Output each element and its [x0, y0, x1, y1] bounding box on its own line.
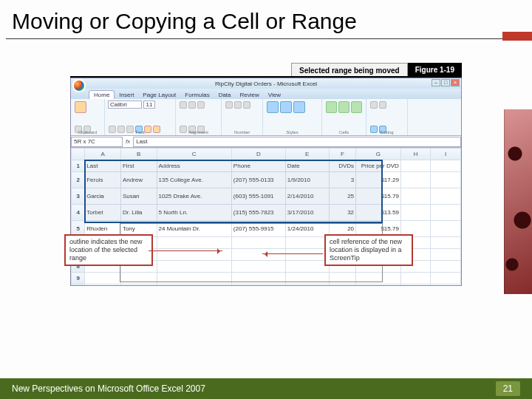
maximize-button[interactable]: □ — [441, 79, 450, 86]
font-name-box[interactable]: Calibri — [108, 100, 142, 109]
cell[interactable] — [285, 249, 329, 261]
cell[interactable]: 2/14/2010 — [285, 188, 329, 205]
autosum-icon[interactable] — [370, 101, 378, 109]
cell[interactable] — [285, 261, 329, 273]
col-header[interactable]: H — [400, 149, 431, 160]
tab-home[interactable]: Home — [89, 90, 115, 99]
cell[interactable]: (207) 555-0133 — [231, 172, 285, 188]
table-row[interactable]: 3GarciaSusan1025 Drake Ave.(603) 555-109… — [72, 188, 461, 205]
cell[interactable]: Dr. Lilla — [120, 205, 157, 221]
paste-icon[interactable] — [75, 101, 86, 113]
cell[interactable] — [120, 284, 157, 286]
row-header[interactable]: 4 — [72, 205, 85, 221]
cell[interactable] — [157, 261, 231, 273]
tab-review[interactable]: Review — [236, 91, 264, 99]
cell[interactable] — [431, 221, 461, 237]
fill-icon[interactable] — [379, 101, 386, 109]
cell[interactable] — [231, 273, 285, 284]
row-header[interactable]: 9 — [72, 273, 85, 284]
cell[interactable]: 3 — [329, 172, 355, 188]
cell[interactable] — [400, 188, 431, 205]
cell[interactable]: Last — [85, 160, 121, 172]
format-cell-icon[interactable] — [351, 101, 362, 113]
cell[interactable]: Address — [157, 160, 231, 172]
cell[interactable]: Phone — [231, 160, 285, 172]
tab-data[interactable]: Data — [214, 91, 236, 99]
cell[interactable]: Price per DVD — [356, 160, 401, 172]
align-icon[interactable] — [180, 101, 187, 109]
col-header[interactable]: G — [356, 149, 401, 160]
col-header[interactable]: C — [157, 149, 231, 160]
cell[interactable] — [431, 237, 461, 249]
table-row[interactable]: 4TorbetDr. Lilla5 North Ln.(315) 555-782… — [72, 205, 461, 221]
select-all[interactable] — [72, 149, 85, 160]
cell[interactable] — [400, 284, 431, 286]
cell[interactable]: (207) 555-9915 — [231, 221, 285, 237]
cell[interactable]: 1/9/2010 — [285, 172, 329, 188]
cell[interactable] — [400, 273, 431, 284]
cell[interactable] — [157, 237, 231, 249]
cell[interactable] — [157, 284, 231, 286]
table-row[interactable]: 1LastFirstAddressPhoneDateDVDsPrice per … — [72, 160, 461, 172]
cell[interactable]: Garcia — [85, 188, 121, 205]
column-headers[interactable]: A B C D E F G H I — [72, 149, 461, 160]
align-icon[interactable] — [188, 101, 196, 109]
format-table-icon[interactable] — [280, 101, 292, 113]
cell[interactable] — [120, 273, 157, 284]
cell[interactable] — [431, 284, 461, 286]
cell[interactable] — [400, 172, 431, 188]
percent-icon[interactable] — [234, 101, 242, 109]
office-button-icon[interactable] — [72, 79, 86, 92]
col-header[interactable]: I — [431, 149, 461, 160]
cell[interactable]: 1025 Drake Ave. — [157, 188, 231, 205]
cell[interactable]: 135 College Ave. — [157, 172, 231, 188]
cell[interactable]: Susan — [120, 188, 157, 205]
table-row[interactable]: 9 — [72, 273, 461, 284]
col-header[interactable]: E — [285, 149, 329, 160]
font-size-box[interactable]: 11 — [143, 100, 155, 109]
cell[interactable]: DVDs — [329, 160, 355, 172]
tab-insert[interactable]: Insert — [115, 91, 138, 99]
cell[interactable] — [356, 273, 401, 284]
row-header[interactable]: 2 — [72, 172, 85, 188]
table-row[interactable]: 2FerolsAndrew135 College Ave.(207) 555-0… — [72, 172, 461, 188]
cell[interactable]: 32 — [329, 205, 355, 221]
col-header[interactable]: F — [329, 149, 355, 160]
cell[interactable]: Torbet — [85, 205, 121, 221]
cell-styles-icon[interactable] — [293, 101, 305, 113]
cond-format-icon[interactable] — [267, 101, 279, 113]
cell[interactable]: $17.29 — [356, 172, 401, 188]
comma-icon[interactable] — [243, 101, 250, 109]
cell[interactable] — [431, 172, 461, 188]
row-header[interactable]: 3 — [72, 188, 85, 205]
tab-page-layout[interactable]: Page Layout — [138, 91, 180, 99]
tab-view[interactable]: View — [264, 91, 285, 99]
cell[interactable] — [329, 273, 355, 284]
insert-cell-icon[interactable] — [326, 101, 337, 113]
cell[interactable] — [431, 205, 461, 221]
cell[interactable] — [231, 237, 285, 249]
cell[interactable] — [231, 249, 285, 261]
cell[interactable] — [400, 205, 431, 221]
minimize-button[interactable]: – — [432, 79, 440, 86]
cell[interactable]: $13.59 — [356, 205, 401, 221]
cell[interactable]: (603) 555-1091 — [231, 188, 285, 205]
col-header[interactable]: A — [85, 149, 121, 160]
cell[interactable]: 1/24/2010 — [285, 221, 329, 237]
cell[interactable] — [400, 160, 431, 172]
cell[interactable] — [356, 284, 401, 286]
cell[interactable] — [431, 188, 461, 205]
col-header[interactable]: D — [231, 149, 285, 160]
cell[interactable]: Date — [285, 160, 329, 172]
cell[interactable] — [85, 273, 121, 284]
cell[interactable]: (315) 555-7823 — [231, 205, 285, 221]
col-header[interactable]: B — [120, 149, 157, 160]
cell[interactable] — [329, 284, 355, 286]
cell[interactable] — [431, 273, 461, 284]
currency-icon[interactable] — [225, 101, 233, 109]
name-box[interactable]: 5R x 7C — [71, 137, 123, 147]
cell[interactable]: Ferols — [85, 172, 121, 188]
formula-bar[interactable]: Last — [133, 137, 461, 147]
cell[interactable] — [431, 249, 461, 261]
cell[interactable]: First — [120, 160, 157, 172]
